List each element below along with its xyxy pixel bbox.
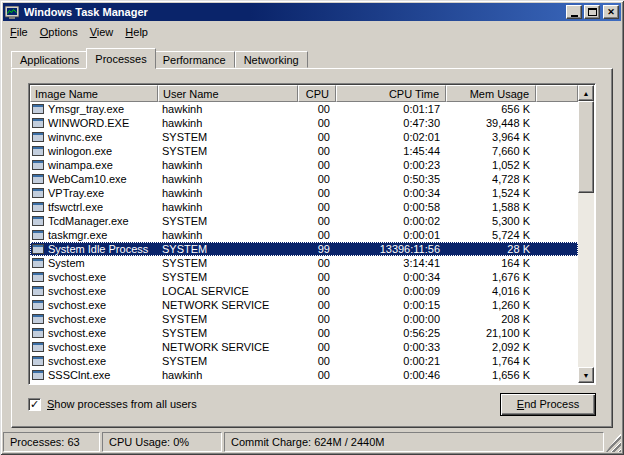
- process-icon: [32, 174, 44, 184]
- user-name-cell: hawkinh: [158, 117, 298, 129]
- cpu-time-cell: 0:00:02: [336, 215, 446, 227]
- user-name-cell: SYSTEM: [158, 313, 298, 325]
- process-icon: [32, 258, 44, 268]
- table-row[interactable]: svchost.exeNETWORK SERVICE000:00:332,092…: [30, 340, 578, 354]
- cpu-cell: 00: [298, 285, 336, 297]
- menu-help[interactable]: Help: [119, 24, 154, 40]
- table-row[interactable]: Ymsgr_tray.exehawkinh000:01:17656 K: [30, 102, 578, 116]
- table-row[interactable]: winlogon.exeSYSTEM001:45:447,660 K: [30, 144, 578, 158]
- table-row[interactable]: VPTray.exehawkinh000:00:341,524 K: [30, 186, 578, 200]
- menu-options[interactable]: Options: [34, 24, 84, 40]
- image-name-cell: svchost.exe: [30, 355, 158, 367]
- end-process-button[interactable]: End Process: [500, 393, 596, 416]
- maximize-button[interactable]: [584, 5, 600, 19]
- image-name-cell: Ymsgr_tray.exe: [30, 103, 158, 115]
- image-name-cell: WINWORD.EXE: [30, 117, 158, 129]
- menu-view[interactable]: View: [84, 24, 120, 40]
- cpu-time-cell: 0:56:25: [336, 327, 446, 339]
- process-icon: [32, 146, 44, 156]
- table-row[interactable]: SystemSYSTEM003:14:41164 K: [30, 256, 578, 270]
- list-header: Image NameUser NameCPUCPU TimeMem Usage: [30, 85, 578, 102]
- vertical-scrollbar[interactable]: ▲ ▼: [578, 85, 594, 383]
- cpu-time-cell: 0:00:34: [336, 271, 446, 283]
- mem-usage-cell: 1,588 K: [446, 201, 536, 213]
- table-row[interactable]: tfswctrl.exehawkinh000:00:581,588 K: [30, 200, 578, 214]
- column-header-filler: [536, 85, 578, 102]
- scroll-down-button[interactable]: ▼: [578, 367, 594, 383]
- table-row[interactable]: svchost.exeNETWORK SERVICE000:00:151,260…: [30, 298, 578, 312]
- mem-usage-cell: 28 K: [446, 243, 536, 255]
- column-header-image-name[interactable]: Image Name: [30, 85, 158, 102]
- show-all-users-checkbox[interactable]: ✓ Show processes from all users: [28, 398, 197, 411]
- mem-usage-cell: 4,016 K: [446, 285, 536, 297]
- minimize-button[interactable]: [566, 5, 582, 19]
- image-name-cell: svchost.exe: [30, 327, 158, 339]
- task-manager-window: Windows Task Manager ✕ FileOptionsViewHe…: [0, 0, 624, 455]
- processes-tab-page: Image NameUser NameCPUCPU TimeMem Usage …: [11, 68, 613, 428]
- mem-usage-cell: 21,100 K: [446, 327, 536, 339]
- menu-file[interactable]: File: [4, 24, 34, 40]
- user-name-cell: NETWORK SERVICE: [158, 299, 298, 311]
- scroll-up-button[interactable]: ▲: [578, 85, 594, 101]
- process-icon: [32, 188, 44, 198]
- image-name-cell: svchost.exe: [30, 271, 158, 283]
- table-row[interactable]: SSSClnt.exehawkinh000:00:461,656 K: [30, 368, 578, 382]
- table-row[interactable]: svchost.exeSYSTEM000:00:211,764 K: [30, 354, 578, 368]
- column-header-cpu[interactable]: CPU: [298, 85, 336, 102]
- table-row[interactable]: TcdManager.exeSYSTEM000:00:025,300 K: [30, 214, 578, 228]
- cpu-time-cell: 1:45:44: [336, 145, 446, 157]
- cpu-time-cell: 13396:11:56: [336, 243, 446, 255]
- cpu-time-cell: 0:00:09: [336, 285, 446, 297]
- cpu-time-cell: 0:00:00: [336, 313, 446, 325]
- process-icon: [32, 132, 44, 142]
- cpu-time-cell: 0:02:01: [336, 131, 446, 143]
- cpu-time-cell: 0:00:23: [336, 159, 446, 171]
- image-name-cell: WebCam10.exe: [30, 173, 158, 185]
- table-row[interactable]: svchost.exeSYSTEM000:00:00208 K: [30, 312, 578, 326]
- table-row[interactable]: System Idle ProcessSYSTEM9913396:11:5628…: [30, 242, 578, 256]
- mem-usage-cell: 7,660 K: [446, 145, 536, 157]
- table-row[interactable]: WebCam10.exehawkinh000:50:354,728 K: [30, 172, 578, 186]
- column-header-cpu-time[interactable]: CPU Time: [336, 85, 446, 102]
- image-name-cell: svchost.exe: [30, 285, 158, 297]
- process-icon: [32, 216, 44, 226]
- table-row[interactable]: WINWORD.EXEhawkinh000:47:3039,448 K: [30, 116, 578, 130]
- cpu-time-cell: 0:01:17: [336, 103, 446, 115]
- resize-grip[interactable]: [606, 432, 621, 452]
- image-name-cell: winvnc.exe: [30, 131, 158, 143]
- mem-usage-cell: 208 K: [446, 313, 536, 325]
- column-header-user-name[interactable]: User Name: [158, 85, 298, 102]
- cpu-cell: 00: [298, 355, 336, 367]
- table-row[interactable]: winvnc.exeSYSTEM000:02:013,964 K: [30, 130, 578, 144]
- process-icon: [32, 244, 44, 254]
- cpu-cell: 00: [298, 271, 336, 283]
- table-row[interactable]: svchost.exeSYSTEM000:00:341,676 K: [30, 270, 578, 284]
- tab-processes[interactable]: Processes: [86, 48, 155, 69]
- user-name-cell: SYSTEM: [158, 257, 298, 269]
- title-bar[interactable]: Windows Task Manager ✕: [3, 3, 621, 21]
- table-row[interactable]: winampa.exehawkinh000:00:231,052 K: [30, 158, 578, 172]
- scrollbar-thumb[interactable]: [578, 101, 594, 193]
- cpu-time-cell: 3:14:41: [336, 257, 446, 269]
- cpu-cell: 00: [298, 215, 336, 227]
- table-row[interactable]: svchost.exeSYSTEM000:56:2521,100 K: [30, 326, 578, 340]
- footer-row: ✓ Show processes from all users End Proc…: [28, 391, 596, 417]
- column-header-mem-usage[interactable]: Mem Usage: [446, 85, 536, 102]
- image-name-cell: System: [30, 257, 158, 269]
- tab-networking[interactable]: Networking: [235, 51, 308, 68]
- process-list-content: Image NameUser NameCPUCPU TimeMem Usage …: [30, 85, 578, 383]
- scrollbar-track[interactable]: [578, 101, 594, 367]
- cpu-time-cell: 0:00:34: [336, 187, 446, 199]
- table-row[interactable]: taskmgr.exehawkinh000:00:015,724 K: [30, 228, 578, 242]
- table-row[interactable]: svchost.exeLOCAL SERVICE000:00:094,016 K: [30, 284, 578, 298]
- image-name-cell: winampa.exe: [30, 159, 158, 171]
- close-button[interactable]: ✕: [603, 5, 619, 19]
- cpu-time-cell: 0:00:33: [336, 341, 446, 353]
- user-name-cell: SYSTEM: [158, 145, 298, 157]
- mem-usage-cell: 5,724 K: [446, 229, 536, 241]
- user-name-cell: hawkinh: [158, 369, 298, 381]
- image-name-cell: VPTray.exe: [30, 187, 158, 199]
- cpu-cell: 00: [298, 117, 336, 129]
- tab-applications[interactable]: Applications: [11, 51, 88, 68]
- tab-performance[interactable]: Performance: [154, 51, 235, 68]
